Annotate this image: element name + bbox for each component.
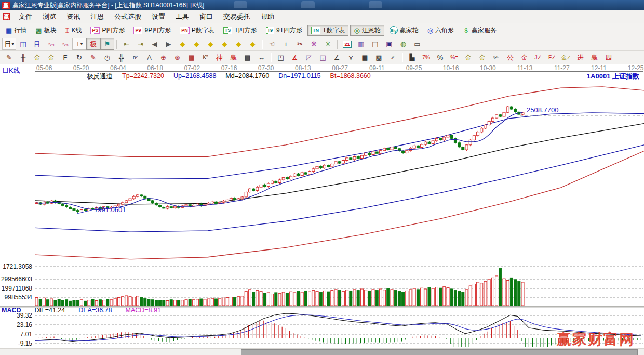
menu-item-news[interactable]: 资讯 <box>61 11 85 22</box>
menu-item-window[interactable]: 窗口 <box>194 11 218 22</box>
spiral-tool-button[interactable]: ↻ <box>72 51 86 63</box>
dense-grid2-tool-button[interactable]: ▩ <box>372 51 386 63</box>
toolbar-button-hexagon[interactable]: ◎六角形 <box>424 25 458 36</box>
v-expand-diamond-button[interactable]: ◆ <box>246 38 260 50</box>
fan-box-tool-button[interactable]: ◸ <box>302 51 316 63</box>
si-angle-tool-button[interactable]: 四 <box>601 51 615 63</box>
candle-type-button[interactable]: ⌶▾ <box>72 38 86 50</box>
v-compress-diamond-button[interactable]: ◆ <box>232 38 246 50</box>
grid-tool-button[interactable]: ╬ <box>114 51 128 63</box>
toolbar-button-p-square[interactable]: PSP四方形 <box>87 25 128 36</box>
j-angle-tool-button[interactable]: J∠ <box>531 51 545 63</box>
save-button[interactable]: ▣ <box>382 38 396 50</box>
network-button[interactable]: ◍ <box>396 38 410 50</box>
jin-angle-tool-button[interactable]: 进 <box>573 51 587 63</box>
dense-grid-tool-button[interactable]: ▦ <box>358 51 372 63</box>
hand-tool-button[interactable]: ☜ <box>265 38 279 50</box>
angle-a-tool-button[interactable]: A <box>142 51 156 63</box>
menu-item-browse[interactable]: 浏览 <box>37 11 61 22</box>
gann-box-grid-tool-button[interactable]: ▦ <box>184 51 198 63</box>
menu-item-help[interactable]: 帮助 <box>256 11 279 22</box>
small-chart-9-button[interactable]: ∿₉ <box>58 38 72 50</box>
menu-item-gann[interactable]: 江恩 <box>85 11 109 22</box>
percent-tool-button[interactable]: % <box>433 51 447 63</box>
price-grid-tool-button[interactable]: ╫ <box>16 51 30 63</box>
scrollbar-thumb[interactable] <box>241 349 638 355</box>
fibonacci-tool-button[interactable]: F <box>58 51 72 63</box>
stat-bars-tool-button[interactable]: ▙ <box>405 51 419 63</box>
f-angle-tool-button[interactable]: F∠ <box>545 51 559 63</box>
menu-item-trade-order[interactable]: 交易委托 <box>218 11 256 22</box>
toolbar-button-quotes[interactable]: ▦行情 <box>2 25 30 36</box>
toolbar-button-9p-square[interactable]: P99P四方形 <box>130 25 175 36</box>
pan-left-diamond-button[interactable]: ◆ <box>176 38 190 50</box>
dense-grid-tool-icon: ▦ <box>361 54 368 61</box>
print-button[interactable]: ▭ <box>410 38 424 50</box>
vee-lines-tool-button[interactable]: ⋎ <box>344 51 358 63</box>
pan-right-diamond-button[interactable]: ◆ <box>190 38 204 50</box>
first-bar-button[interactable]: ⇤ <box>119 38 133 50</box>
ying-angle-tool-button[interactable]: 赢 <box>587 51 601 63</box>
angle-line-tool-button[interactable]: ∠ <box>330 51 344 63</box>
parallel-lines-tool-button[interactable]: ∕∕ <box>386 51 400 63</box>
macd-axis-label: -9.15 <box>0 340 32 347</box>
measure-tool-button[interactable]: ✂ <box>293 38 307 50</box>
analysis-tool-button[interactable]: ✳ <box>321 38 335 50</box>
menu-item-file[interactable]: 文件 <box>14 11 37 22</box>
jifan-channel-button[interactable]: 极 <box>86 38 100 50</box>
last-bar-button[interactable]: ⇥ <box>133 38 147 50</box>
calendar-button[interactable]: 21 <box>340 38 354 50</box>
crosshair-tool-button[interactable]: + <box>279 38 293 50</box>
gold-line-angle-tool-button[interactable]: 金∠ <box>559 51 573 63</box>
toolbar-button-kline[interactable]: ⌶K线 <box>62 25 86 36</box>
time-span-tool-button[interactable]: ↔ <box>254 51 269 63</box>
k-mark-tool-button[interactable]: K" <box>198 51 212 63</box>
time-ruler-tool-button[interactable]: ▤ <box>240 51 254 63</box>
percent-lines-tool-button[interactable]: %= <box>447 51 461 63</box>
price-box-tool-button[interactable]: ◰ <box>274 51 288 63</box>
indicator-flag-button[interactable]: ⚑ <box>100 38 114 50</box>
gann-fan-circle-tool-button[interactable]: ⊕ <box>156 51 170 63</box>
shadow-box-tool-button[interactable]: ◲ <box>316 51 330 63</box>
window-layout-button[interactable]: ◫ <box>16 38 30 50</box>
horizontal-scrollbar[interactable] <box>0 348 644 355</box>
toolbar-button-sectors[interactable]: ▩板块 <box>32 25 60 36</box>
gold-grid2-tool-button[interactable]: 金 <box>44 51 58 63</box>
notes-button[interactable]: ▤ <box>368 38 382 50</box>
gold-grid-tool-button[interactable]: 金 <box>30 51 44 63</box>
red-fan-tool-button[interactable]: ∡ <box>288 51 302 63</box>
prev-bar-button[interactable]: ◀ <box>147 38 162 50</box>
small-chart-3-button[interactable]: ∿₃ <box>44 38 58 50</box>
gold-circle-tool-button[interactable]: 金 <box>461 51 475 63</box>
brush-tool-button[interactable]: ✎ <box>2 51 16 63</box>
gann-wheel-icon: ◎ <box>354 27 359 34</box>
toolbar-button-winner-service[interactable]: ＄赢家服务 <box>459 25 500 36</box>
spider-web-tool-button[interactable]: ⊛ <box>170 51 184 63</box>
cut-tool-button[interactable]: ✃ <box>489 51 503 63</box>
toolbar-button-p-number-table[interactable]: PNP数字表 <box>176 25 218 36</box>
quote-panel-button[interactable]: 目 <box>30 38 44 50</box>
day-period-button[interactable]: 日▾ <box>2 38 16 50</box>
menu-item-tools[interactable]: 工具 <box>170 11 194 22</box>
gold-angle-tool-button[interactable]: 金 <box>517 51 531 63</box>
next-bar-button[interactable]: ▶ <box>162 38 176 50</box>
gann-clock-tool-button[interactable]: ◷ <box>100 51 114 63</box>
toolbar-button-t-number-table[interactable]: TNT数字表 <box>307 25 348 36</box>
toolbar-button-9t-square[interactable]: T99T四方形 <box>262 25 306 36</box>
toolbar-button-gann-wheel[interactable]: ◎江恩轮 <box>350 25 384 36</box>
toolbar-button-winner-wheel[interactable]: Big赢家轮 <box>386 25 422 36</box>
gong-fan-tool-button[interactable]: 公 <box>503 51 517 63</box>
h-compress-diamond-button[interactable]: ◆ <box>204 38 218 50</box>
square-n2-tool-button[interactable]: n² <box>128 51 142 63</box>
pattern-tool-button[interactable]: ❋ <box>307 38 321 50</box>
marker-brush-tool-button[interactable]: ✎ <box>86 51 100 63</box>
menu-item-formula-stock-pick[interactable]: 公式选股 <box>109 11 146 22</box>
ying-grid-tool-button[interactable]: 赢 <box>226 51 240 63</box>
menu-item-settings[interactable]: 设置 <box>146 11 170 22</box>
percent-retrace-tool-button[interactable]: 7% <box>419 51 433 63</box>
gold-line-tool-button[interactable]: 金 <box>475 51 489 63</box>
calculator-button[interactable]: ▦ <box>354 38 368 50</box>
toolbar-button-t-square[interactable]: TST四方形 <box>220 25 261 36</box>
shen-grid-tool-button[interactable]: 神 <box>212 51 226 63</box>
h-expand-diamond-button[interactable]: ◆ <box>218 38 232 50</box>
